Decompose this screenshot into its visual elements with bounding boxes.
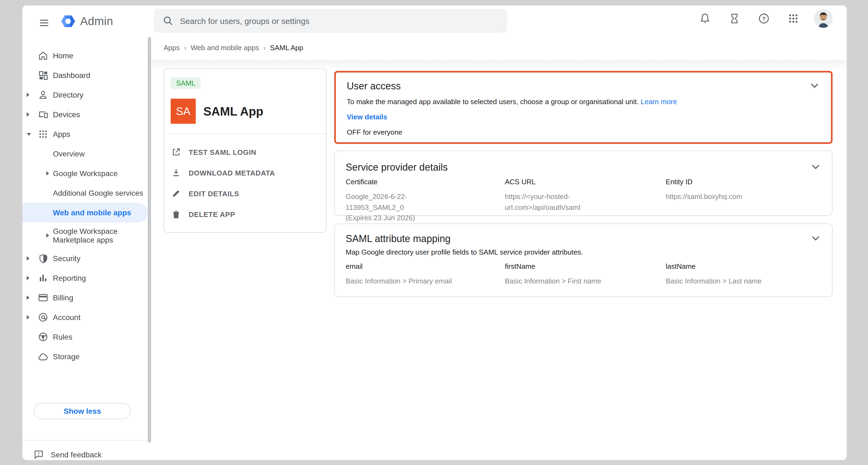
sidebar-item-devices[interactable]: Devices xyxy=(22,105,148,124)
send-feedback-button[interactable]: Send feedback xyxy=(33,449,102,460)
expand-caret-icon[interactable] xyxy=(46,233,52,238)
hourglass-icon xyxy=(729,12,740,25)
navigation-sidebar: Home Dashboard Directory xyxy=(22,39,151,460)
sidebar-item-google-workspace[interactable]: Google Workspace xyxy=(22,163,148,183)
google-apps-button[interactable] xyxy=(784,10,802,27)
email-mapping-field: email Basic Information > Primary email xyxy=(346,262,498,286)
sidebar-item-label: Rules xyxy=(53,333,144,341)
sidebar-item-label: Google Workspace Marketplace apps xyxy=(53,227,144,244)
help-button[interactable]: ? xyxy=(755,10,773,27)
sidebar-item-rules[interactable]: Rules xyxy=(22,327,148,347)
delete-app-button[interactable]: DELETE APP xyxy=(164,204,326,225)
card-divider xyxy=(164,133,326,134)
top-app-bar: Admin ? xyxy=(22,5,847,39)
chevron-down-icon xyxy=(812,164,819,169)
sidebar-item-directory[interactable]: Directory xyxy=(22,85,148,105)
sidebar-item-reporting[interactable]: Reporting xyxy=(22,268,148,288)
sidebar-item-label: Storage xyxy=(53,352,144,361)
expand-caret-icon[interactable] xyxy=(27,92,32,98)
view-details-link[interactable]: View details xyxy=(347,113,387,121)
download-icon xyxy=(171,168,181,178)
shield-icon xyxy=(36,252,50,265)
chevron-down-icon xyxy=(811,83,818,88)
user-access-title: User access xyxy=(347,81,401,92)
sidebar-item-account[interactable]: Account xyxy=(22,307,148,327)
sidebar-item-label: Home xyxy=(53,51,144,60)
sidebar-item-label: Dashboard xyxy=(53,71,144,80)
expand-caret-icon[interactable] xyxy=(46,170,52,176)
steering-wheel-icon xyxy=(36,330,50,343)
sidebar-item-marketplace-apps[interactable]: Google Workspace Marketplace apps xyxy=(22,222,148,249)
edit-details-button[interactable]: EDIT DETAILS xyxy=(164,183,326,204)
sidebar-item-label: Account xyxy=(53,313,144,322)
download-metadata-button[interactable]: DOWNLOAD METADATA xyxy=(164,162,326,183)
sidebar-divider xyxy=(22,440,151,440)
product-name: Admin xyxy=(80,15,113,28)
sidebar-item-security[interactable]: Security xyxy=(22,249,148,268)
sidebar-item-apps[interactable]: Apps xyxy=(22,124,148,144)
search-input[interactable] xyxy=(180,16,498,25)
open-in-new-icon xyxy=(171,147,181,157)
breadcrumb-separator: › xyxy=(264,44,266,52)
saml-attribute-mapping-card: SAML attribute mapping Map Google direct… xyxy=(334,223,833,297)
sidebar-item-additional-google-services[interactable]: Additional Google services xyxy=(22,183,148,203)
sidebar-item-label: Additional Google services xyxy=(53,189,144,197)
expand-caret-icon[interactable] xyxy=(27,295,32,300)
user-access-status: OFF for everyone xyxy=(347,128,402,136)
sidebar-item-label: Devices xyxy=(53,110,144,119)
notifications-button[interactable] xyxy=(696,10,714,27)
collapse-card-button[interactable] xyxy=(808,79,821,92)
search-bar[interactable] xyxy=(154,9,507,33)
expand-caret-icon[interactable] xyxy=(27,256,32,261)
lastname-mapping-field: lastName Basic Information > Last name xyxy=(666,262,818,286)
scroll-shadow xyxy=(151,60,847,69)
devices-icon xyxy=(36,108,50,121)
sidebar-item-apps-overview[interactable]: Overview xyxy=(22,144,148,163)
apps-icon xyxy=(36,128,50,141)
expand-caret-icon[interactable] xyxy=(27,275,32,281)
sidebar-item-storage[interactable]: Storage xyxy=(22,347,148,366)
svg-text:?: ? xyxy=(762,16,766,22)
bell-icon xyxy=(699,12,711,25)
credit-card-icon xyxy=(36,291,50,304)
home-icon xyxy=(36,49,50,62)
collapse-caret-icon[interactable] xyxy=(27,131,32,137)
vertical-scrollbar[interactable] xyxy=(148,37,151,443)
app-summary-card: SAML SA SAML App TEST SAML LOGIN DOWNLOA… xyxy=(163,68,327,233)
breadcrumb-apps[interactable]: Apps xyxy=(163,43,180,52)
app-avatar: SA xyxy=(170,99,196,124)
sidebar-item-home[interactable]: Home xyxy=(22,46,148,65)
header-icons: ? xyxy=(696,9,833,28)
learn-more-link[interactable]: Learn more xyxy=(641,98,677,106)
tasks-button[interactable] xyxy=(726,10,743,27)
hamburger-icon xyxy=(39,18,50,28)
expand-caret-icon[interactable] xyxy=(27,112,32,117)
chevron-down-icon xyxy=(812,236,819,241)
saml-type-badge: SAML xyxy=(170,78,201,89)
sidebar-item-label: Reporting xyxy=(53,274,144,282)
sidebar-item-web-and-mobile-apps[interactable]: Web and mobile apps xyxy=(22,203,148,222)
show-less-button[interactable]: Show less xyxy=(34,403,131,419)
account-avatar[interactable] xyxy=(814,9,833,28)
breadcrumb-web-and-mobile-apps[interactable]: Web and mobile apps xyxy=(191,43,259,52)
sidebar-item-label: Web and mobile apps xyxy=(53,208,144,217)
collapse-card-button[interactable] xyxy=(809,160,822,173)
bar-chart-icon xyxy=(36,272,50,285)
admin-logo[interactable]: Admin xyxy=(59,13,113,29)
apps-grid-icon xyxy=(788,13,799,24)
firstname-mapping-field: firstName Basic Information > First name xyxy=(505,262,657,286)
expand-caret-icon[interactable] xyxy=(27,314,32,320)
test-saml-login-button[interactable]: TEST SAML LOGIN xyxy=(164,142,326,162)
avatar-photo xyxy=(814,9,833,28)
desktop-background: Admin ? xyxy=(0,0,868,465)
sidebar-item-billing[interactable]: Billing xyxy=(22,288,148,307)
main-menu-icon[interactable] xyxy=(33,12,55,34)
sidebar-item-dashboard[interactable]: Dashboard xyxy=(22,65,148,85)
sidebar-item-label: Security xyxy=(53,254,144,263)
attribute-mapping-description: Map Google directory user profile fields… xyxy=(346,248,583,256)
search-icon xyxy=(162,15,174,26)
sidebar-item-label: Billing xyxy=(53,293,144,302)
collapse-card-button[interactable] xyxy=(809,232,822,245)
admin-console-window: Admin ? xyxy=(22,5,847,460)
breadcrumb-current-page: SAML App xyxy=(270,43,303,52)
